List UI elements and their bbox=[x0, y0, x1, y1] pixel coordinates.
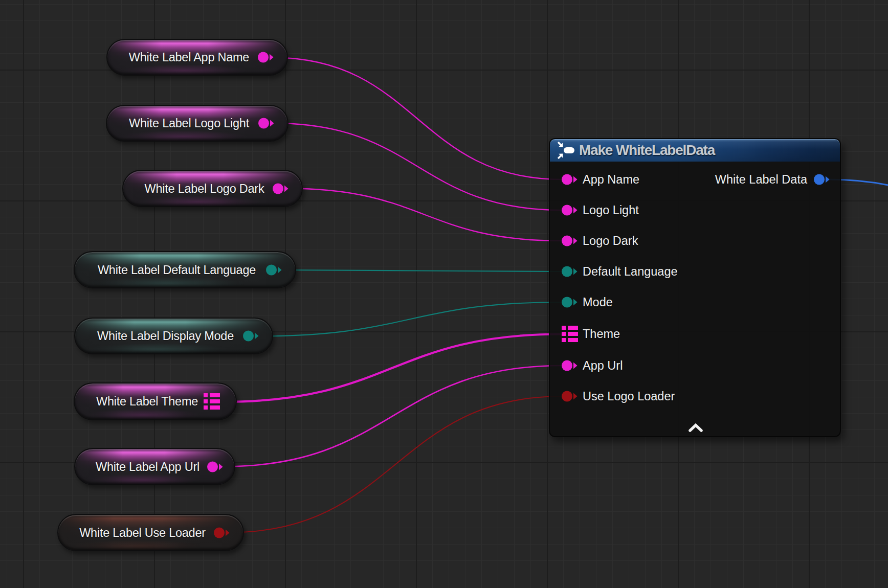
variable-node-use-loader[interactable]: White Label Use Loader bbox=[57, 514, 244, 551]
input-label-app-url: App Url bbox=[583, 359, 623, 372]
map-grid-icon bbox=[562, 326, 578, 342]
pin-circle-arrow-icon bbox=[562, 359, 579, 372]
input-pin-theme[interactable] bbox=[562, 326, 578, 342]
pin-circle-arrow-icon bbox=[562, 235, 579, 247]
variable-label: White Label Theme bbox=[95, 395, 199, 408]
node-header[interactable]: Make WhiteLabelData bbox=[550, 139, 840, 162]
pin-circle-arrow-icon bbox=[814, 173, 831, 186]
output-pin-logo-light[interactable] bbox=[258, 117, 275, 129]
wire-3 bbox=[279, 270, 562, 272]
variable-node-logo-light[interactable]: White Label Logo Light bbox=[106, 105, 288, 142]
collapse-node-button[interactable] bbox=[687, 422, 704, 436]
input-pin-mode[interactable] bbox=[562, 296, 579, 308]
output-pin-app-url[interactable] bbox=[207, 461, 224, 473]
wire-6 bbox=[223, 366, 562, 467]
blueprint-graph-canvas[interactable]: Make WhiteLabelData App NameLogo LightLo… bbox=[0, 0, 888, 588]
make-whitelabeldata-node[interactable]: Make WhiteLabelData App NameLogo LightLo… bbox=[549, 138, 841, 437]
output-pin-display-mode[interactable] bbox=[243, 330, 260, 342]
variable-label: White Label App Url bbox=[96, 461, 199, 473]
variable-node-logo-dark[interactable]: White Label Logo Dark bbox=[122, 170, 303, 207]
wire-1 bbox=[274, 123, 562, 210]
output-pin-use-loader[interactable] bbox=[214, 527, 231, 539]
output-pin-theme[interactable] bbox=[204, 393, 220, 410]
pin-circle-arrow-icon bbox=[266, 264, 283, 276]
input-label-logo-light: Logo Light bbox=[583, 204, 639, 217]
variable-node-default-language[interactable]: White Label Default Language bbox=[74, 251, 296, 288]
wire-2 bbox=[287, 189, 562, 241]
chevron-up-icon bbox=[687, 422, 704, 434]
input-pin-app-url[interactable] bbox=[562, 359, 579, 372]
node-title: Make WhiteLabelData bbox=[579, 142, 715, 159]
pin-circle-arrow-icon bbox=[243, 330, 260, 342]
output-pin-white-label-data[interactable] bbox=[814, 173, 831, 186]
pin-circle-arrow-icon bbox=[562, 390, 579, 402]
input-label-theme: Theme bbox=[583, 328, 620, 341]
map-grid-icon bbox=[204, 393, 220, 410]
variable-label: White Label Display Mode bbox=[96, 330, 235, 342]
pin-circle-arrow-icon bbox=[214, 527, 231, 539]
input-label-mode: Mode bbox=[583, 296, 613, 309]
input-pin-use-logo-loader[interactable] bbox=[562, 390, 579, 402]
variable-label: White Label Logo Dark bbox=[144, 183, 265, 195]
output-label-white-label-data: White Label Data bbox=[715, 173, 807, 186]
variable-label: White Label Use Loader bbox=[79, 527, 206, 539]
input-label-logo-dark: Logo Dark bbox=[583, 235, 638, 247]
variable-node-app-url[interactable]: White Label App Url bbox=[74, 448, 235, 485]
output-pin-app-name[interactable] bbox=[258, 51, 275, 63]
variable-node-display-mode[interactable]: White Label Display Mode bbox=[74, 318, 273, 354]
input-label-use-logo-loader: Use Logo Loader bbox=[583, 390, 675, 403]
wire-5 bbox=[222, 334, 562, 402]
variable-label: White Label App Name bbox=[128, 51, 250, 63]
pin-circle-arrow-icon bbox=[562, 296, 579, 308]
make-struct-icon bbox=[557, 142, 575, 159]
variable-label: White Label Logo Light bbox=[127, 117, 251, 129]
make-struct-icon bbox=[557, 142, 575, 159]
wire-0 bbox=[272, 58, 562, 180]
pin-circle-arrow-icon bbox=[562, 265, 579, 278]
input-pin-default-language[interactable] bbox=[562, 265, 579, 278]
pin-circle-arrow-icon bbox=[562, 204, 579, 216]
input-pin-logo-dark[interactable] bbox=[562, 235, 579, 247]
output-pin-default-language[interactable] bbox=[266, 264, 283, 276]
pin-circle-arrow-icon bbox=[258, 117, 275, 129]
wire-4 bbox=[258, 302, 562, 336]
input-pin-app-name[interactable] bbox=[562, 173, 579, 186]
pin-circle-arrow-icon bbox=[562, 173, 579, 186]
pin-circle-arrow-icon bbox=[258, 51, 275, 63]
wire-7 bbox=[229, 396, 562, 533]
pin-circle-arrow-icon bbox=[207, 461, 224, 473]
variable-node-app-name[interactable]: White Label App Name bbox=[106, 39, 288, 76]
input-pin-logo-light[interactable] bbox=[562, 204, 579, 216]
input-label-default-language: Default Language bbox=[583, 265, 678, 278]
input-label-app-name: App Name bbox=[583, 173, 639, 186]
variable-node-theme[interactable]: White Label Theme bbox=[74, 382, 237, 420]
variable-label: White Label Default Language bbox=[95, 264, 258, 276]
output-pin-logo-dark[interactable] bbox=[273, 183, 290, 195]
pin-circle-arrow-icon bbox=[273, 183, 290, 195]
